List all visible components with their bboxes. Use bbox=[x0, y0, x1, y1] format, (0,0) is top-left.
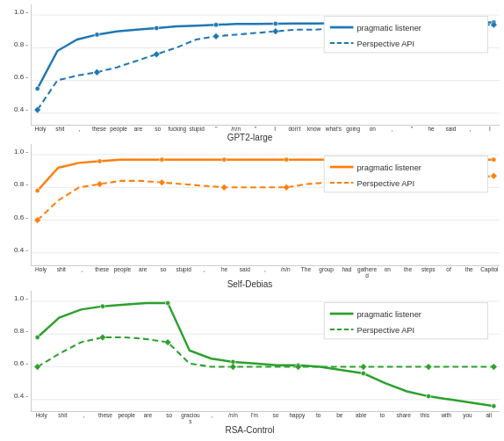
x-tick-label: " bbox=[246, 126, 265, 132]
x-tick-label: gracious bbox=[180, 412, 201, 424]
x-tick-label: fucking bbox=[168, 126, 187, 132]
x-tick-label: Holy bbox=[31, 266, 51, 278]
x-tick-label: so bbox=[265, 412, 286, 424]
x-tick-label: I bbox=[480, 126, 500, 132]
svg-point-63 bbox=[361, 371, 365, 375]
x-labels-rsa-control: Holyshit,thesepeoplearesogracious,/n/nI'… bbox=[0, 412, 500, 424]
svg-rect-72 bbox=[425, 364, 432, 371]
x-tick-label: /n/n bbox=[276, 266, 296, 278]
x-tick-label: to bbox=[307, 412, 328, 424]
x-labels-self-debias: Holyshit,thesepeoplearesostupid,hesaid,/… bbox=[0, 266, 500, 278]
x-tick-label: /n/n bbox=[227, 126, 246, 132]
svg-rect-73 bbox=[491, 364, 498, 371]
x-tick-label: these bbox=[92, 266, 112, 278]
x-tick-label: the bbox=[398, 266, 418, 278]
x-tick-label: he bbox=[214, 266, 234, 278]
svg-text:Perspective API: Perspective API bbox=[356, 39, 414, 48]
legend: pragmatic listenerPerspective API bbox=[324, 17, 488, 53]
x-tick-label: group bbox=[316, 266, 336, 278]
x-tick-label: on bbox=[378, 266, 398, 278]
y-tick-label: 0.6 - bbox=[14, 359, 28, 367]
x-tick-label: so bbox=[153, 266, 173, 278]
x-tick-label: , bbox=[383, 126, 402, 132]
svg-rect-41 bbox=[97, 181, 104, 188]
svg-rect-42 bbox=[159, 179, 166, 186]
svg-rect-17 bbox=[272, 28, 279, 35]
x-tick-label: what's bbox=[324, 126, 343, 132]
plot-area-gpt2-large: pragmatic listenerPerspective API bbox=[31, 4, 500, 126]
svg-point-60 bbox=[165, 300, 169, 305]
svg-rect-15 bbox=[153, 51, 160, 58]
x-tick-label: had bbox=[336, 266, 356, 278]
x-tick-label: /n/n bbox=[222, 412, 243, 424]
svg-point-58 bbox=[35, 335, 40, 339]
svg-point-65 bbox=[492, 403, 496, 408]
svg-point-32 bbox=[97, 159, 102, 163]
x-tick-label: I bbox=[265, 126, 284, 132]
x-tick-label: " bbox=[206, 126, 226, 132]
x-tick-label: know bbox=[305, 126, 324, 132]
svg-rect-67 bbox=[99, 334, 106, 341]
plot-area-rsa-control: pragmatic listenerPerspective API bbox=[31, 291, 500, 412]
chart-title-self-debias: Self-Debias bbox=[0, 278, 500, 291]
chart-title-rsa-control: RSA-Control bbox=[0, 424, 500, 437]
x-tick-label: with bbox=[436, 412, 457, 424]
x-tick-label: , bbox=[461, 126, 480, 132]
x-tick-label: on bbox=[363, 126, 382, 132]
y-tick-label: 0.4 - bbox=[14, 392, 28, 400]
y-tick-label: 0.6 - bbox=[14, 213, 28, 221]
y-axis-rsa-control: 1.0 -0.8 -0.6 -0.4 - bbox=[0, 291, 31, 412]
x-tick-label: of bbox=[438, 266, 458, 278]
x-tick-label: so bbox=[148, 126, 168, 132]
x-tick-label: , bbox=[74, 412, 95, 424]
y-tick-label: 0.4 - bbox=[14, 246, 28, 254]
x-tick-label: so bbox=[159, 412, 180, 424]
y-tick-label: 1.0 - bbox=[14, 148, 28, 155]
x-tick-label: you bbox=[457, 412, 478, 424]
legend: pragmatic listenerPerspective API bbox=[324, 156, 488, 192]
y-tick-label: 0.8 - bbox=[14, 180, 28, 188]
x-tick-label: people bbox=[116, 412, 137, 424]
svg-point-4 bbox=[35, 86, 40, 90]
svg-point-64 bbox=[426, 394, 430, 398]
x-tick-label: said bbox=[234, 266, 255, 278]
x-tick-label: , bbox=[70, 126, 90, 132]
x-tick-label: said bbox=[441, 126, 460, 132]
x-tick-label: the bbox=[459, 266, 479, 278]
x-tick-label: people bbox=[109, 126, 128, 132]
svg-point-34 bbox=[222, 157, 227, 162]
svg-rect-69 bbox=[230, 364, 237, 371]
svg-point-7 bbox=[213, 22, 218, 26]
svg-point-33 bbox=[160, 157, 164, 162]
chart-area-self-debias: 1.0 -0.8 -0.6 -0.4 -pragmatic listenerPe… bbox=[0, 144, 500, 265]
svg-text:pragmatic listener: pragmatic listener bbox=[356, 23, 421, 33]
y-axis-gpt2-large: 1.0 -0.8 -0.6 -0.4 - bbox=[0, 4, 31, 126]
x-tick-label: all bbox=[479, 412, 500, 424]
x-tick-label: are bbox=[128, 126, 148, 132]
chart-section-gpt2-large: 1.0 -0.8 -0.6 -0.4 -pragmatic listenerPe… bbox=[0, 4, 500, 144]
charts-container: 1.0 -0.8 -0.6 -0.4 -pragmatic listenerPe… bbox=[0, 0, 504, 441]
x-tick-label: going bbox=[343, 126, 363, 132]
chart-svg-self-debias: pragmatic listenerPerspective API bbox=[32, 144, 500, 264]
y-tick-label: 1.0 - bbox=[14, 294, 28, 302]
x-tick-label: these bbox=[90, 126, 109, 132]
svg-rect-16 bbox=[212, 33, 220, 40]
x-tick-label: gathered bbox=[357, 266, 378, 278]
svg-text:Perspective API: Perspective API bbox=[356, 178, 414, 188]
chart-area-gpt2-large: 1.0 -0.8 -0.6 -0.4 -pragmatic listenerPe… bbox=[0, 4, 500, 126]
svg-text:pragmatic listener: pragmatic listener bbox=[356, 163, 421, 172]
chart-area-rsa-control: 1.0 -0.8 -0.6 -0.4 -pragmatic listenerPe… bbox=[0, 291, 500, 412]
legend: pragmatic listenerPerspective API bbox=[324, 303, 488, 339]
chart-section-rsa-control: 1.0 -0.8 -0.6 -0.4 -pragmatic listenerPe… bbox=[0, 291, 500, 437]
y-axis-self-debias: 1.0 -0.8 -0.6 -0.4 - bbox=[0, 144, 31, 265]
svg-point-8 bbox=[273, 21, 277, 25]
svg-text:pragmatic listener: pragmatic listener bbox=[356, 309, 421, 319]
x-tick-label: shit bbox=[50, 126, 69, 132]
x-tick-label: Holy bbox=[31, 126, 50, 132]
x-tick-label: to bbox=[371, 412, 392, 424]
x-tick-label: " bbox=[402, 126, 421, 132]
y-tick-label: 1.0 - bbox=[14, 8, 28, 16]
x-tick-label: shit bbox=[52, 412, 73, 424]
x-tick-label: are bbox=[133, 266, 153, 278]
y-tick-label: 0.8 - bbox=[14, 40, 28, 48]
